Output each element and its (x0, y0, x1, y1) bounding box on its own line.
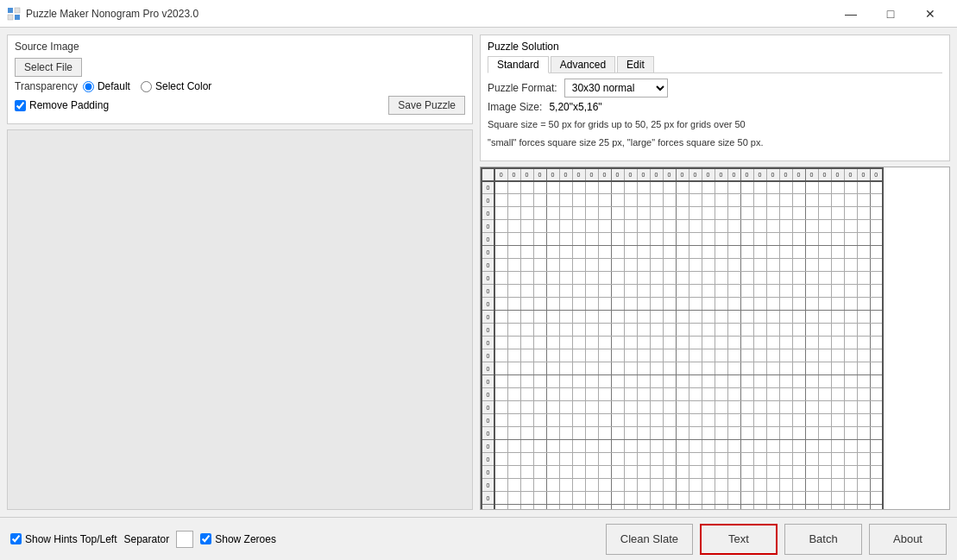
grid-cell[interactable] (870, 414, 883, 427)
grid-cell[interactable] (663, 298, 676, 311)
grid-cell[interactable] (585, 233, 598, 246)
grid-cell[interactable] (792, 181, 805, 194)
grid-cell[interactable] (507, 362, 520, 375)
grid-cell[interactable] (598, 466, 611, 479)
grid-cell[interactable] (702, 349, 715, 362)
grid-cell[interactable] (831, 505, 844, 510)
grid-cell[interactable] (676, 388, 689, 401)
grid-cell[interactable] (611, 207, 624, 220)
grid-cell[interactable] (689, 401, 702, 414)
grid-cell[interactable] (585, 272, 598, 285)
grid-cell[interactable] (624, 324, 637, 337)
grid-cell[interactable] (611, 414, 624, 427)
grid-cell[interactable] (533, 220, 546, 233)
grid-cell[interactable] (494, 246, 507, 259)
grid-cell[interactable] (766, 349, 779, 362)
grid-cell[interactable] (870, 505, 883, 510)
grid-cell[interactable] (818, 285, 831, 298)
grid-cell[interactable] (702, 298, 715, 311)
grid-cell[interactable] (831, 207, 844, 220)
grid-cell[interactable] (507, 220, 520, 233)
grid-cell[interactable] (533, 298, 546, 311)
grid-cell[interactable] (831, 375, 844, 388)
grid-cell[interactable] (494, 349, 507, 362)
grid-cell[interactable] (676, 453, 689, 466)
grid-cell[interactable] (805, 298, 818, 311)
grid-cell[interactable] (572, 349, 585, 362)
grid-cell[interactable] (715, 492, 727, 505)
about-button[interactable]: About (869, 524, 947, 555)
grid-cell[interactable] (818, 479, 831, 492)
grid-cell[interactable] (546, 479, 559, 492)
grid-cell[interactable] (520, 440, 533, 453)
grid-cell[interactable] (844, 246, 857, 259)
grid-cell[interactable] (572, 479, 585, 492)
grid-cell[interactable] (624, 362, 637, 375)
grid-cell[interactable] (779, 311, 792, 324)
grid-cell[interactable] (715, 466, 727, 479)
grid-cell[interactable] (844, 272, 857, 285)
grid-cell[interactable] (533, 440, 546, 453)
grid-cell[interactable] (533, 492, 546, 505)
grid-cell[interactable] (715, 233, 727, 246)
grid-cell[interactable] (779, 246, 792, 259)
grid-cell[interactable] (611, 362, 624, 375)
grid-cell[interactable] (779, 401, 792, 414)
grid-cell[interactable] (870, 401, 883, 414)
grid-cell[interactable] (637, 453, 650, 466)
grid-cell[interactable] (779, 479, 792, 492)
grid-cell[interactable] (585, 337, 598, 349)
grid-cell[interactable] (637, 401, 650, 414)
grid-cell[interactable] (572, 375, 585, 388)
grid-cell[interactable] (650, 272, 663, 285)
grid-cell[interactable] (715, 479, 727, 492)
grid-cell[interactable] (507, 414, 520, 427)
grid-cell[interactable] (494, 233, 507, 246)
grid-cell[interactable] (598, 349, 611, 362)
grid-cell[interactable] (753, 479, 766, 492)
grid-cell[interactable] (805, 285, 818, 298)
grid-cell[interactable] (740, 194, 753, 207)
grid-cell[interactable] (702, 362, 715, 375)
grid-cell[interactable] (637, 272, 650, 285)
grid-cell[interactable] (844, 505, 857, 510)
grid-cell[interactable] (611, 505, 624, 510)
grid-cell[interactable] (546, 362, 559, 375)
grid-cell[interactable] (585, 479, 598, 492)
grid-cell[interactable] (779, 337, 792, 349)
save-puzzle-button[interactable]: Save Puzzle (388, 96, 465, 115)
grid-cell[interactable] (585, 427, 598, 440)
grid-cell[interactable] (715, 324, 727, 337)
grid-cell[interactable] (494, 298, 507, 311)
grid-cell[interactable] (715, 285, 727, 298)
grid-cell[interactable] (676, 505, 689, 510)
grid-cell[interactable] (792, 207, 805, 220)
grid-cell[interactable] (689, 466, 702, 479)
grid-cell[interactable] (585, 401, 598, 414)
grid-cell[interactable] (715, 220, 727, 233)
grid-cell[interactable] (572, 220, 585, 233)
grid-cell[interactable] (637, 194, 650, 207)
grid-cell[interactable] (676, 479, 689, 492)
grid-cell[interactable] (818, 440, 831, 453)
grid-cell[interactable] (520, 375, 533, 388)
grid-cell[interactable] (650, 207, 663, 220)
grid-cell[interactable] (585, 453, 598, 466)
grid-cell[interactable] (870, 272, 883, 285)
grid-cell[interactable] (766, 246, 779, 259)
grid-cell[interactable] (598, 414, 611, 427)
grid-cell[interactable] (702, 401, 715, 414)
grid-cell[interactable] (715, 401, 727, 414)
grid-cell[interactable] (727, 414, 740, 427)
default-radio[interactable] (83, 81, 94, 92)
grid-cell[interactable] (805, 246, 818, 259)
grid-cell[interactable] (663, 220, 676, 233)
grid-cell[interactable] (753, 414, 766, 427)
grid-cell[interactable] (792, 492, 805, 505)
grid-cell[interactable] (507, 181, 520, 194)
grid-cell[interactable] (585, 466, 598, 479)
grid-cell[interactable] (870, 259, 883, 272)
grid-cell[interactable] (494, 311, 507, 324)
grid-cell[interactable] (637, 388, 650, 401)
grid-cell[interactable] (702, 246, 715, 259)
